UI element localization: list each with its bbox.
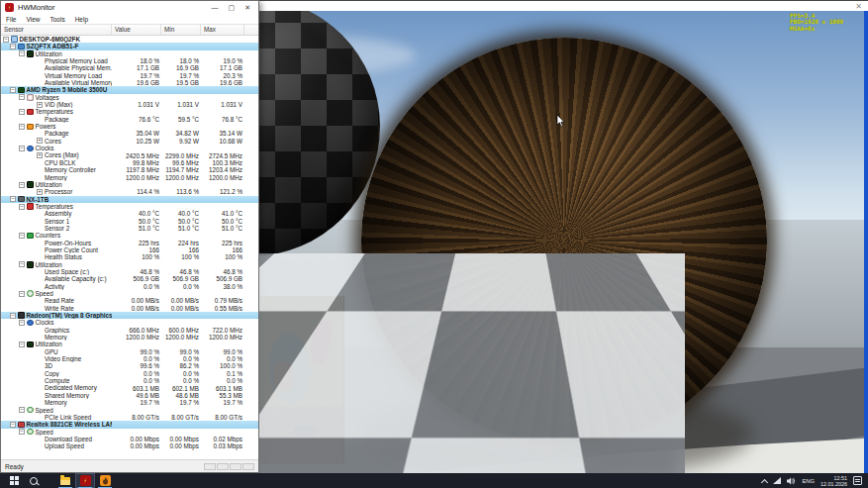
maximize-button[interactable]: ▢ (229, 3, 236, 12)
collapse-box-icon[interactable]: − (19, 291, 25, 297)
expand-box-icon[interactable]: + (37, 138, 43, 144)
column-sensor[interactable]: Sensor (1, 25, 112, 35)
sensor-row[interactable]: Used Space (c:)46.8 %46.8 %46.8 % (1, 268, 258, 275)
sensor-row[interactable]: −Radeon(TM) Vega 8 Graphics (1, 312, 258, 319)
collapse-box-icon[interactable]: − (10, 44, 16, 49)
sensor-row[interactable]: Sensor 150.0 °C50.0 °C50.0 °C (1, 218, 258, 225)
sensor-row[interactable]: −Clocks (1, 319, 258, 326)
sensor-row[interactable]: −Speed (1, 407, 258, 414)
sensor-row[interactable]: −Utilization (1, 50, 258, 57)
sensor-row[interactable]: −NX-1TB (1, 196, 258, 203)
collapse-box-icon[interactable]: − (19, 261, 25, 267)
collapse-box-icon[interactable]: − (10, 313, 16, 319)
sensor-row[interactable]: Memory19.7 %19.7 %19.7 % (1, 399, 258, 406)
sensor-row[interactable]: −Realtek 8821CE Wireless LAN 80... (1, 421, 258, 428)
minimize-button[interactable]: — (212, 3, 219, 12)
sensor-row[interactable]: −AMD Ryzen 5 Mobile 3500U (1, 86, 258, 93)
sensor-row[interactable]: Video Engine0.0 %0.0 %0.0 % (1, 355, 258, 362)
sensor-row[interactable]: Activity0.0 %0.0 %38.0 % (1, 283, 258, 290)
sensor-row[interactable]: +Cores10.25 W9.92 W10.68 W (1, 138, 258, 145)
sensor-row[interactable]: −Powers (1, 123, 258, 130)
collapse-box-icon[interactable]: − (10, 196, 16, 202)
sensor-row[interactable]: GPU99.0 %99.0 %99.0 % (1, 348, 258, 355)
collapse-box-icon[interactable]: − (10, 87, 16, 93)
sensor-row[interactable]: −Voltages (1, 94, 258, 101)
expand-box-icon[interactable]: + (37, 152, 43, 158)
sensor-row[interactable]: −Speed (1, 429, 258, 436)
volume-icon[interactable] (787, 477, 796, 485)
menu-tools[interactable]: Tools (49, 16, 64, 23)
search-button[interactable] (24, 473, 44, 488)
sensor-row[interactable]: Available Capacity (c:)506.9 GB506.9 GB5… (1, 275, 258, 282)
sensor-row[interactable]: −Clocks (1, 145, 258, 151)
menu-view[interactable]: View (26, 16, 40, 23)
sensor-row[interactable]: PCIe Link Speed8.00 GT/s8.00 GT/s8.00 GT… (1, 414, 258, 421)
collapse-box-icon[interactable]: − (19, 429, 25, 435)
sensor-row[interactable]: Available Physical Mem...17.1 GB16.9 GB1… (1, 64, 258, 71)
network-icon[interactable] (773, 477, 781, 484)
sensor-row[interactable]: Graphics666.0 MHz600.0 MHz722.0 MHz (1, 327, 258, 334)
close-button[interactable]: ✕ (244, 3, 250, 12)
sensor-row[interactable]: −Utilization (1, 261, 258, 268)
sensor-row[interactable]: Package76.6 °C59.5 °C76.8 °C (1, 116, 258, 123)
sensor-rows[interactable]: −DESKTOP-6M0Q2FK−SZQFTX ADB51-F−Utilizat… (1, 36, 258, 459)
collapse-box-icon[interactable]: − (19, 109, 25, 115)
sensor-row[interactable]: CPU BCLK99.8 MHz99.6 MHz100.3 MHz (1, 159, 258, 166)
collapse-box-icon[interactable]: − (19, 233, 25, 239)
collapse-box-icon[interactable]: − (19, 124, 25, 130)
sensor-row[interactable]: Power-On-Hours225 hrs224 hrs225 hrs (1, 240, 258, 246)
sensor-row[interactable]: Package35.04 W34.82 W35.14 W (1, 130, 258, 137)
sensor-row[interactable]: Memory1200.0 MHz1200.0 MHz1200.0 MHz (1, 174, 258, 181)
sensor-row[interactable]: Copy0.0 %0.0 %0.1 % (1, 370, 258, 377)
menu-help[interactable]: Help (75, 16, 88, 23)
sensor-row[interactable]: −Temperatures (1, 203, 258, 210)
sensor-row[interactable]: Read Rate0.00 MB/s0.00 MB/s0.79 MB/s (1, 297, 258, 304)
sensor-row[interactable]: Available Virtual Memory19.6 GB19.5 GB19… (1, 79, 258, 86)
sensor-row[interactable]: Assembly40.0 °C40.0 °C41.0 °C (1, 210, 258, 217)
sensor-row[interactable]: Write Rate0.00 MB/s0.00 MB/s0.55 MB/s (1, 305, 258, 312)
sensor-row[interactable]: −Utilization (1, 181, 258, 188)
hwmonitor-titlebar[interactable]: HWMonitor — ▢ ✕ (1, 1, 258, 14)
collapse-box-icon[interactable]: − (19, 146, 25, 151)
sensor-row[interactable]: +Processor114.4 %113.6 %121.2 % (1, 188, 258, 195)
column-max[interactable]: Max (201, 25, 244, 35)
sensor-row[interactable]: Memory Controller1197.8 MHz1194.7 MHz120… (1, 166, 258, 173)
start-button[interactable] (4, 473, 24, 488)
taskbar-item-hwmonitor[interactable] (75, 473, 95, 488)
expand-box-icon[interactable]: + (37, 102, 43, 108)
sensor-row[interactable]: Sensor 251.0 °C51.0 °C51.0 °C (1, 225, 258, 232)
collapse-box-icon[interactable]: − (19, 407, 25, 413)
language-indicator[interactable]: ENG (802, 478, 815, 484)
sensor-row[interactable]: Dedicated Memory603.1 MB602.1 MB603.1 MB (1, 385, 258, 392)
tray-chevron-icon[interactable] (761, 478, 767, 484)
column-min[interactable]: Min (161, 25, 201, 35)
sensor-row[interactable]: −Utilization (1, 341, 258, 347)
sensor-row[interactable]: −Temperatures (1, 108, 258, 115)
demo-close-icon[interactable]: ✕ (855, 2, 862, 11)
sensor-row[interactable]: Shared Memory49.6 MB48.6 MB55.3 MB (1, 392, 258, 399)
sensor-row[interactable]: Download Speed0.00 Mbps0.00 Mbps0.02 Mbp… (1, 436, 258, 442)
sensor-row[interactable]: Health Status100 %100 %100 % (1, 253, 258, 260)
menu-file[interactable]: File (6, 16, 16, 23)
sensor-row[interactable]: Power Cycle Count166166166 (1, 246, 258, 253)
expand-box-icon[interactable]: + (37, 189, 43, 195)
sensor-row[interactable]: 3D99.6 %86.2 %100.0 % (1, 362, 258, 369)
sensor-row[interactable]: −DESKTOP-6M0Q2FK (1, 36, 258, 43)
collapse-box-icon[interactable]: − (19, 204, 25, 210)
sensor-row[interactable]: Virtual Memory Load19.7 %19.7 %20.3 % (1, 72, 258, 79)
collapse-box-icon[interactable]: − (10, 422, 16, 428)
taskbar-item-fur-demo[interactable] (95, 473, 115, 488)
collapse-box-icon[interactable]: − (3, 37, 9, 43)
collapse-box-icon[interactable]: − (19, 94, 25, 100)
clock[interactable]: 12:51 12.01.2026 (820, 475, 847, 487)
sensor-row[interactable]: Compute0.0 %0.0 %0.0 % (1, 377, 258, 384)
sensor-row[interactable]: +VID (Max)1.031 V1.031 V1.031 V (1, 101, 258, 108)
sensor-row[interactable]: −Speed (1, 290, 258, 297)
collapse-box-icon[interactable]: − (19, 342, 25, 347)
sensor-row[interactable]: −Counters (1, 232, 258, 239)
sensor-row[interactable]: Memory1200.0 MHz1200.0 MHz1200.0 MHz (1, 334, 258, 341)
collapse-box-icon[interactable]: − (19, 182, 25, 188)
collapse-box-icon[interactable]: − (19, 320, 25, 326)
sensor-row[interactable]: Upload Speed0.00 Mbps0.00 Mbps0.03 Mbps (1, 442, 258, 449)
sensor-row[interactable]: −SZQFTX ADB51-F (1, 43, 258, 49)
